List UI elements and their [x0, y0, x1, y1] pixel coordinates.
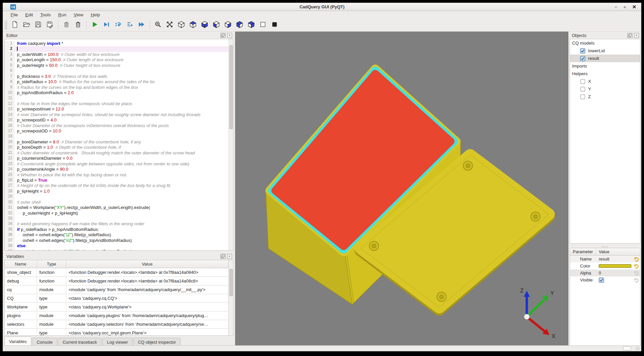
menu-tools[interactable]: Tools: [37, 12, 55, 18]
close-button[interactable]: ✕: [632, 3, 636, 11]
code-editor[interactable]: 1from cadquery import *23p_outerWidth = …: [4, 39, 233, 251]
menu-file[interactable]: File: [7, 12, 22, 18]
view-left-button[interactable]: [235, 20, 245, 30]
code-line[interactable]: 24p_countersinkAngle = 90.0: [5, 167, 228, 172]
code-line[interactable]: 1from cadquery import *: [5, 41, 228, 46]
table-row[interactable]: Planetype<class 'cadquery.occ_impl.geom.…: [5, 329, 228, 335]
parameter-row-visible[interactable]: Visible: [570, 276, 640, 283]
code-area[interactable]: 1from cadquery import *23p_outerWidth = …: [5, 39, 228, 250]
code-line[interactable]: 27# Height of lip on the underside of th…: [5, 183, 228, 188]
variables-scrollbar-thumb[interactable]: [229, 269, 233, 296]
code-line[interactable]: 19p_boreDiameter = 8.0 # Diameter of the…: [5, 139, 228, 145]
code-line[interactable]: 37····oshell = oshell.edges("#Z").fillet…: [5, 238, 228, 243]
wireframe-button[interactable]: [258, 20, 268, 30]
table-row[interactable]: debugfunction<function Debugger.render.<…: [5, 277, 228, 285]
title-bar[interactable]: cq CadQuery GUI (PyQT) − + ✕: [3, 3, 641, 11]
tab-log-viewer[interactable]: Log viewer: [102, 338, 133, 346]
undo-icon[interactable]: [632, 270, 640, 276]
checkbox-z[interactable]: [580, 94, 585, 99]
code-line[interactable]: 6: [5, 68, 228, 74]
checkbox-result[interactable]: [580, 56, 585, 61]
view-front-button[interactable]: [211, 20, 221, 30]
step-into-button[interactable]: [113, 20, 123, 30]
debug-run-button[interactable]: [102, 20, 112, 30]
table-row[interactable]: Workplanetype<class 'cadquery.cq.Workpla…: [5, 303, 228, 311]
shaded-button[interactable]: [270, 20, 280, 30]
undo-icon[interactable]: [632, 277, 640, 283]
code-line[interactable]: 3p_outerWidth = 100.0 # Outer width of b…: [5, 52, 228, 57]
new-file-button[interactable]: [10, 20, 20, 30]
parameter-row-color[interactable]: Color: [570, 263, 640, 269]
view-back-button[interactable]: [223, 20, 233, 30]
code-line[interactable]: 22p_countersinkDiameter = 0.0: [5, 156, 228, 161]
code-line[interactable]: 33: [5, 216, 228, 221]
parameter-row-name[interactable]: Nameresult: [570, 256, 640, 263]
table-row[interactable]: pluginsmodule<module 'cadquery.plugins' …: [5, 311, 228, 320]
step-over-button[interactable]: [125, 20, 135, 30]
code-line[interactable]: 14# nner Diameter of the screwpost holes…: [5, 112, 228, 117]
tab-variables[interactable]: Variables: [4, 336, 31, 346]
tree-item-result[interactable]: result: [570, 55, 640, 62]
variables-close-button[interactable]: ×: [227, 254, 232, 259]
code-line[interactable]: 4p_outerLength = 150.0 # Outer length of…: [5, 57, 228, 63]
code-line[interactable]: 20p_boreDepth = 1.0 # Depth of the count…: [5, 145, 228, 150]
minimize-button[interactable]: −: [614, 3, 617, 11]
tab-cq-object-inspector[interactable]: CQ object inspector: [133, 338, 180, 346]
view-right-button[interactable]: [246, 20, 256, 30]
editor-close-button[interactable]: ×: [227, 33, 232, 38]
code-line[interactable]: 17p_screwpostOD = 10.0: [5, 128, 228, 134]
tab-current-traceback[interactable]: Current traceback: [58, 338, 102, 346]
maximize-button[interactable]: +: [623, 3, 626, 11]
tab-console[interactable]: Console: [32, 338, 57, 346]
checkbox-y[interactable]: [580, 87, 585, 92]
code-line[interactable]: 28p_lipHeight = 1.0: [5, 189, 228, 194]
code-line[interactable]: 21# Outer diameter of countersink. Shoul…: [5, 150, 228, 156]
code-line[interactable]: 16# Outer Diameter of the screwposts.\nD…: [5, 123, 228, 128]
view-bottom-button[interactable]: [200, 20, 210, 30]
parameters-splitter-handle[interactable]: [569, 246, 641, 248]
view-top-button[interactable]: [188, 20, 198, 30]
code-line[interactable]: 12# How far in from the edges the screwp…: [5, 101, 228, 106]
menu-edit[interactable]: Edit: [22, 12, 37, 18]
tree-item-z[interactable]: Z: [570, 93, 640, 100]
tree-item-y[interactable]: Y: [570, 85, 640, 93]
undo-icon[interactable]: [632, 264, 640, 269]
parameter-row-alpha[interactable]: Alpha0: [570, 269, 640, 276]
toolbar-drag-handle[interactable]: [4, 21, 7, 29]
objects-float-button[interactable]: [627, 33, 632, 38]
delete-button[interactable]: [73, 20, 83, 30]
view-iso-button[interactable]: [176, 20, 186, 30]
code-line[interactable]: 11: [5, 95, 228, 101]
menu-help[interactable]: Help: [87, 12, 104, 18]
code-line[interactable]: 39····oshell = oshell.edges("#Z").fillet…: [5, 249, 228, 250]
code-line[interactable]: 10p_topAndBottomRadius = 2.0: [5, 90, 228, 95]
tree-item-cq-models[interactable]: CQ models: [570, 39, 640, 47]
code-line[interactable]: 30# outer shell: [5, 200, 228, 205]
editor-float-button[interactable]: [220, 33, 225, 38]
code-line[interactable]: 5p_outerHeight = 50.0 # Outer height of …: [5, 63, 228, 68]
tree-item-imports[interactable]: Imports: [570, 62, 640, 70]
objects-close-button[interactable]: ×: [634, 33, 639, 38]
code-line[interactable]: 34# weird geometry happens if we make th…: [5, 221, 228, 227]
fit-all-button[interactable]: [165, 20, 175, 30]
tree-item-x[interactable]: X: [570, 78, 640, 85]
code-line[interactable]: 2: [5, 46, 228, 52]
code-line[interactable]: 36····oshell = oshell.edges("|Z").fillet…: [5, 232, 228, 238]
code-line[interactable]: 7p_thickness = 3.0 # Thickness of the bo…: [5, 74, 228, 79]
menu-view[interactable]: View: [70, 12, 87, 18]
code-line[interactable]: 18: [5, 134, 228, 139]
undo-icon[interactable]: [632, 257, 640, 262]
run-button[interactable]: [90, 20, 100, 30]
checkbox-x[interactable]: [580, 79, 585, 84]
column-header-value[interactable]: Value: [596, 249, 609, 254]
code-line[interactable]: 13p_screwpostInset = 12.0: [5, 106, 228, 112]
code-line[interactable]: 38else:: [5, 243, 228, 249]
menu-run[interactable]: Run: [55, 12, 70, 18]
parameter-value[interactable]: [599, 264, 632, 268]
code-line[interactable]: 29: [5, 194, 228, 199]
code-line[interactable]: 26p_flipLid = True: [5, 178, 228, 183]
variables-float-button[interactable]: [220, 254, 225, 259]
code-line[interactable]: 8p_sideRadius = 10.0 # Radius for the cu…: [5, 79, 228, 85]
editor-scrollbar-thumb[interactable]: [229, 45, 233, 129]
code-line[interactable]: 9# Radius for the curves on the top and …: [5, 85, 228, 90]
